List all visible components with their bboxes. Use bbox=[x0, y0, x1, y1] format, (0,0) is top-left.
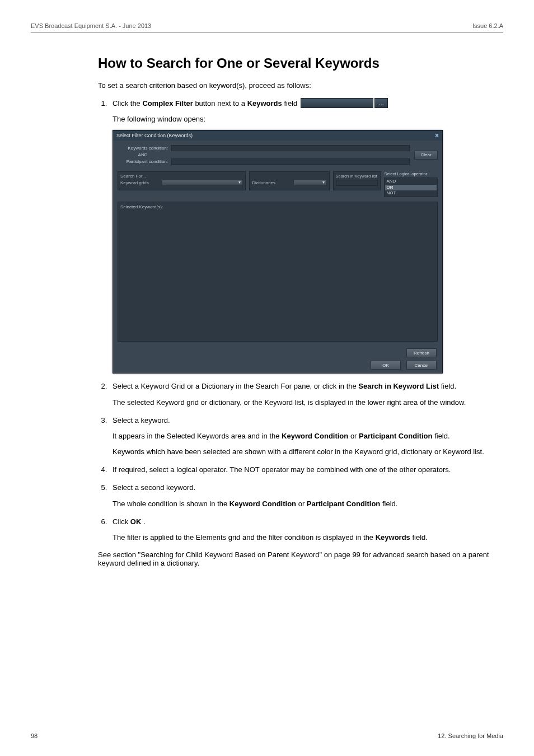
header-right: Issue 6.2.A bbox=[472, 22, 503, 29]
search-in-keyword-list-label: Search in Keyword list bbox=[336, 174, 378, 179]
dialog-footer: Refresh OK Cancel bbox=[113, 345, 442, 373]
step3-p1: Select a keyword. bbox=[113, 416, 498, 426]
step-3: Select a keyword. It appears in the Sele… bbox=[109, 416, 498, 458]
keywords-field-box bbox=[301, 98, 373, 108]
filter-dialog: Select Filter Condition (Keywords) × Key… bbox=[113, 130, 443, 374]
step3-p2d: Participant Condition bbox=[359, 432, 432, 440]
step5-p2c: or bbox=[298, 500, 307, 508]
step-1: Click the Complex Filter button next to … bbox=[109, 97, 498, 374]
ok-button[interactable]: OK bbox=[371, 361, 401, 370]
step1-mid1: button next to a bbox=[195, 99, 247, 108]
step2-p2: The selected Keyword grid or dictionary,… bbox=[113, 398, 498, 408]
keyword-grids-label: Keyword grids bbox=[120, 180, 160, 185]
step1-post: field bbox=[284, 99, 297, 108]
step6-p2b: Keywords bbox=[376, 533, 410, 542]
participant-condition-input[interactable] bbox=[171, 158, 410, 165]
content: How to Search for One or Several Keyword… bbox=[98, 55, 498, 567]
logop-and[interactable]: AND bbox=[385, 179, 437, 184]
outro-text: See section "Searching for Child Keyword… bbox=[98, 550, 498, 567]
dictionaries-dropdown[interactable] bbox=[293, 180, 326, 186]
search-for-pane: Search For... Keyword grids bbox=[118, 171, 246, 190]
logop-not[interactable]: NOT bbox=[385, 190, 437, 196]
step6-p2c: field. bbox=[412, 533, 427, 542]
step6-p1b: OK bbox=[130, 517, 142, 526]
cancel-button[interactable]: Cancel bbox=[406, 361, 437, 370]
step-5: Select a second keyword. The whole condi… bbox=[109, 483, 498, 508]
step3-p2e: field. bbox=[434, 432, 449, 440]
selected-keywords-header: Selected Keyword(s): bbox=[120, 204, 435, 209]
step6-p2a: The filter is applied to the Elements gr… bbox=[113, 533, 376, 542]
step6-p1c: . bbox=[143, 517, 146, 526]
dictionaries-pane: . Dictionaries bbox=[249, 171, 329, 190]
logop-or[interactable]: OR bbox=[385, 185, 437, 190]
step1-b2: Keywords bbox=[247, 99, 282, 108]
page-title: How to Search for One or Several Keyword… bbox=[98, 55, 498, 71]
step3-p3: Keywords which have been selected are sh… bbox=[113, 447, 498, 457]
search-in-keyword-list-input[interactable] bbox=[336, 180, 378, 186]
page-number: 98 bbox=[31, 732, 38, 739]
participant-condition-label: Participant condition: bbox=[118, 159, 168, 164]
and-label: AND bbox=[118, 152, 168, 157]
logical-operator-list[interactable]: AND OR NOT bbox=[384, 178, 438, 197]
step2-p1a: Select a Keyword Grid or a Dictionary in… bbox=[113, 382, 358, 390]
step4-text: If required, select a logical operator. … bbox=[113, 465, 498, 475]
keywords-condition-label: Keywords condition: bbox=[118, 146, 168, 151]
step5-p2d: Participant Condition bbox=[307, 500, 380, 508]
step3-p2a: It appears in the Selected Keywords area… bbox=[113, 432, 282, 440]
dialog-titlebar: Select Filter Condition (Keywords) × bbox=[113, 130, 442, 141]
dictionaries-label: Dictionaries bbox=[252, 180, 291, 185]
step-4: If required, select a logical operator. … bbox=[109, 465, 498, 475]
step2-p1b: Search in Keyword List bbox=[358, 382, 439, 390]
page-header: EVS Broadcast Equipment S.A. - June 2013… bbox=[31, 22, 503, 33]
logical-operator-pane: Select Logical operator AND OR NOT bbox=[384, 171, 438, 197]
step-2: Select a Keyword Grid or a Dictionary in… bbox=[109, 381, 498, 407]
step2-p1c: field. bbox=[441, 382, 456, 390]
step6-p1a: Click bbox=[113, 517, 130, 526]
keywords-condition-input[interactable] bbox=[171, 145, 410, 151]
step-6: Click OK . The filter is applied to the … bbox=[109, 517, 498, 543]
keyword-grids-dropdown[interactable] bbox=[162, 180, 243, 186]
step5-p2a: The whole condition is shown in the bbox=[113, 500, 229, 508]
close-icon[interactable]: × bbox=[435, 132, 439, 139]
dialog-body: Keywords condition: AND Participant cond… bbox=[113, 141, 442, 373]
step1-pre: Click the bbox=[113, 99, 142, 108]
footer-section: 12. Searching for Media bbox=[438, 732, 503, 739]
step5-p2e: field. bbox=[382, 500, 397, 508]
step3-p2b: Keyword Condition bbox=[282, 432, 348, 440]
refresh-button[interactable]: Refresh bbox=[406, 348, 437, 357]
ellipsis-button: ... bbox=[374, 98, 388, 108]
keywords-field-image: ... bbox=[301, 97, 388, 109]
steps-list: Click the Complex Filter button next to … bbox=[109, 97, 498, 543]
step1-b1: Complex Filter bbox=[142, 99, 193, 108]
selected-keywords-pane: Selected Keyword(s): bbox=[118, 202, 438, 342]
intro-text: To set a search criterion based on keywo… bbox=[98, 81, 498, 90]
header-left: EVS Broadcast Equipment S.A. - June 2013 bbox=[31, 22, 151, 29]
logical-operator-header: Select Logical operator bbox=[384, 171, 438, 176]
step5-p1: Select a second keyword. bbox=[113, 483, 498, 493]
step3-p2c: or bbox=[350, 432, 359, 440]
search-for-header: Search For... bbox=[120, 174, 243, 179]
step1-line2: The following window opens: bbox=[113, 114, 498, 124]
step5-p2b: Keyword Condition bbox=[229, 500, 296, 508]
keyword-list-pane: Search in Keyword list bbox=[333, 171, 381, 190]
page-footer: 98 12. Searching for Media bbox=[31, 732, 503, 739]
clear-button[interactable]: Clear bbox=[414, 151, 438, 160]
dialog-title-text: Select Filter Condition (Keywords) bbox=[116, 133, 193, 138]
